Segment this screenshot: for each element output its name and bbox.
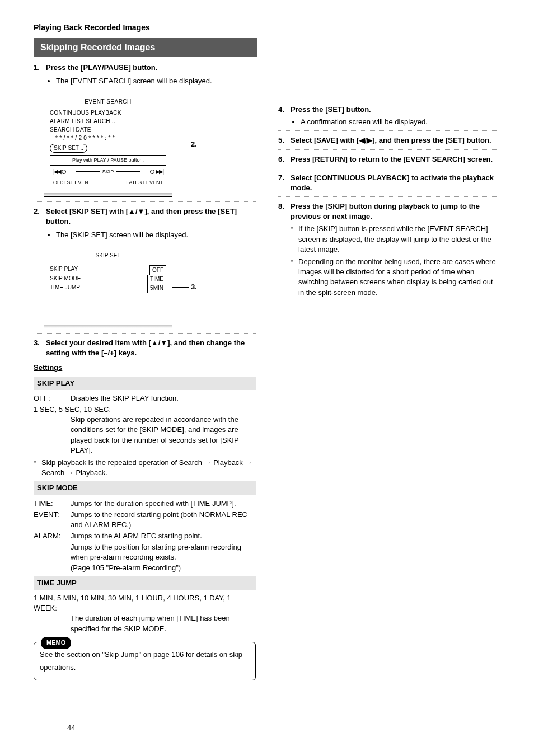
step-text: Select [SAVE] with [◀/▶], and then press… xyxy=(291,135,491,145)
row-val: OFF xyxy=(149,265,166,275)
screen-line: SEARCH DATE xyxy=(50,126,166,134)
separator xyxy=(278,168,500,168)
page-title-bar: Skipping Recorded Images xyxy=(34,38,257,57)
setting-val: The duration of each jump when [TIME] ha… xyxy=(71,613,256,633)
screen-line: ALARM LIST SEARCH .. xyxy=(50,118,166,125)
slider-end xyxy=(150,170,154,174)
callout-3: 3. xyxy=(191,282,197,292)
row-key: SKIP PLAY xyxy=(50,265,78,275)
step-num: 2. xyxy=(34,206,46,227)
skip-mode-heading: SKIP MODE xyxy=(34,481,256,495)
step1-bullet: The [EVENT SEARCH] screen will be displa… xyxy=(56,76,256,86)
step-num: 5. xyxy=(278,135,291,145)
setting-key: 1 MIN, 5 MIN, 10 MIN, 30 MIN, 1 HOUR, 4 … xyxy=(34,593,256,613)
step-text: Press the [SKIP] button during playback … xyxy=(291,201,500,222)
step8-note1: If the [SKIP] button is pressed while th… xyxy=(298,224,500,255)
skip-play-heading: SKIP PLAY xyxy=(34,377,256,390)
skip-set-highlight: SKIP SET .. xyxy=(50,144,87,153)
next-icon: ▶▶| xyxy=(156,168,163,176)
step-8: 8.Press the [SKIP] button during playbac… xyxy=(278,201,500,298)
step-text: Select [CONTINUOUS PLAYBACK] to activate… xyxy=(291,173,500,193)
setting-val: Jumps to the position for starting pre-a… xyxy=(71,542,256,562)
event-search-screen: EVENT SEARCH CONTINUOUS PLAYBACK ALARM L… xyxy=(44,92,172,196)
separator xyxy=(278,100,500,100)
step-4: 4.Press the [SET] button. A confirmation… xyxy=(278,105,500,127)
footnote: Skip playback is the repeated operation … xyxy=(41,458,256,478)
prev-icon: |◀◀ xyxy=(53,168,60,176)
separator xyxy=(34,333,256,334)
screen-title: EVENT SEARCH xyxy=(50,98,166,106)
separator xyxy=(278,196,500,197)
separator xyxy=(278,130,500,131)
skip-set-screen: SKIP SET SKIP PLAY OFF SKIP MODE TIME TI… xyxy=(44,246,172,328)
page-number: 44 xyxy=(67,723,75,733)
time-jump-heading: TIME JUMP xyxy=(34,576,256,590)
step-num: 8. xyxy=(278,201,291,222)
step-1: 1. Press the [PLAY/PAUSE] button. xyxy=(34,63,256,73)
setting-val: Jumps to the ALARM REC starting point. xyxy=(71,531,256,541)
right-column: 4.Press the [SET] button. A confirmation… xyxy=(278,63,500,680)
setting-val: Jumps for the duration specified with [T… xyxy=(71,499,256,509)
step-text: Press the [PLAY/PAUSE] button. xyxy=(46,63,256,73)
screen-title: SKIP SET xyxy=(50,252,166,260)
memo-tag: MEMO xyxy=(41,637,71,649)
setting-key: TIME: xyxy=(34,499,71,509)
step4-bullet: A confirmation screen will be displayed. xyxy=(301,117,500,127)
step-3: 3. Select your desired item with [▲/▼], … xyxy=(34,338,256,358)
slider-start xyxy=(62,170,66,174)
setting-key: ALARM: xyxy=(34,531,71,541)
step2-bullet: The [SKIP SET] screen will be displayed. xyxy=(56,230,256,240)
setting-val: (Page 105 "Pre-alarm Recording") xyxy=(71,563,256,573)
step-num: 1. xyxy=(34,63,46,73)
setting-key: 1 SEC, 5 SEC, 10 SEC: xyxy=(34,405,256,415)
row-val: 5MIN xyxy=(147,284,166,293)
row-val: TIME xyxy=(147,275,166,284)
setting-val: Jumps to the record starting point (both… xyxy=(71,510,256,530)
row-key: SKIP MODE xyxy=(50,275,81,284)
asterisk-icon: * xyxy=(291,257,298,298)
skip-label: SKIP xyxy=(102,168,114,176)
setting-val: Skip operations are repeated in accordan… xyxy=(71,415,256,456)
callout-2: 2. xyxy=(191,139,197,149)
step-7: 7.Select [CONTINUOUS PLAYBACK] to activa… xyxy=(278,173,500,193)
step-num: 7. xyxy=(278,173,291,193)
settings-heading: Settings xyxy=(34,363,256,373)
step-num: 6. xyxy=(278,154,291,165)
oldest-event: OLDEST EVENT xyxy=(53,179,91,186)
step-2: 2. Select [SKIP SET] with [▲/▼], and the… xyxy=(34,206,256,227)
row-key: TIME JUMP xyxy=(50,284,80,293)
setting-val: Disables the SKIP PLAY function. xyxy=(71,393,256,403)
step-text: Select your desired item with [▲/▼], and… xyxy=(46,338,256,358)
step-5: 5.Select [SAVE] with [◀/▶], and then pre… xyxy=(278,135,500,145)
left-column: 1. Press the [PLAY/PAUSE] button. The [E… xyxy=(34,63,256,680)
step-text: Select [SKIP SET] with [▲/▼], and then p… xyxy=(46,206,256,227)
separator xyxy=(34,201,256,202)
asterisk-icon: * xyxy=(291,224,298,255)
step-text: Press [RETURN] to return to the [EVENT S… xyxy=(291,154,493,165)
step-num: 4. xyxy=(278,105,291,115)
setting-key: OFF: xyxy=(34,393,71,403)
step-6: 6.Press [RETURN] to return to the [EVENT… xyxy=(278,154,500,165)
step-text: Press the [SET] button. xyxy=(291,105,371,115)
latest-event: LATEST EVENT xyxy=(126,179,163,186)
step8-note2: Depending on the monitor being used, the… xyxy=(298,257,500,298)
setting-key: EVENT: xyxy=(34,510,71,530)
memo-text: See the section on "Skip Jump" on page 1… xyxy=(40,650,242,672)
step-num: 3. xyxy=(34,338,46,358)
section-title: Playing Back Recorded Images xyxy=(34,22,500,34)
screen-line: CONTINUOUS PLAYBACK xyxy=(50,109,166,117)
separator xyxy=(278,149,500,150)
play-note: Play with PLAY / PAUSE button. xyxy=(50,155,166,166)
memo-box: MEMO See the section on "Skip Jump" on p… xyxy=(34,642,256,680)
screen-line: * * / * * / 2 0 * * * * : * * xyxy=(50,134,166,142)
asterisk-icon: * xyxy=(34,458,41,478)
